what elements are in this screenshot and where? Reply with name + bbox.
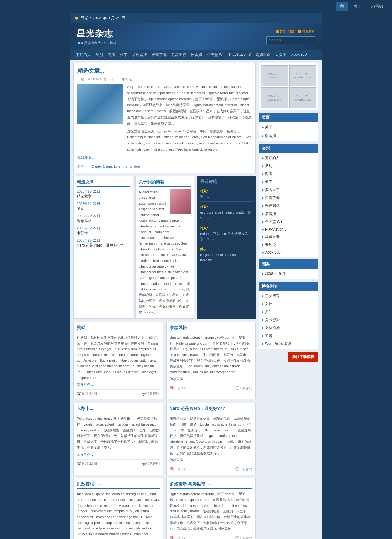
list-item: ◆插件 (262, 308, 315, 316)
ad-block-2: 125 x 125Advertisement (289, 65, 317, 86)
carbon-comments: 💬 0条评论 (142, 461, 160, 466)
blog-link[interactable]: ◆WordPress 星球 (262, 341, 315, 346)
nero-read-more[interactable]: 阅读更多... (170, 458, 253, 462)
comment-author: 乔伊: (200, 247, 253, 252)
nero-date: 📅 9 月 22 日 (170, 467, 190, 472)
post-link[interactable]: 赞助 (77, 206, 84, 211)
menu-item-category[interactable]: 类别 (93, 50, 105, 60)
magazine-date: 📅 9 月 22 日 (170, 386, 190, 391)
carbon-read-more[interactable]: 阅读更多... (77, 452, 160, 457)
menu-item-wii[interactable]: 任天堂 Wii (205, 50, 227, 60)
list-item: ◆2008 年 9 月 (262, 270, 315, 278)
post-link[interactable]: 杂志风格 (77, 219, 92, 223)
post-link[interactable]: 精选文章... (77, 194, 95, 198)
post-link[interactable]: Nero 还是 Nero，谁更好??? (77, 243, 123, 247)
menu-item-umbridge[interactable]: 乌姆里奇 (253, 50, 273, 60)
cat-dante[interactable]: Dante (92, 165, 101, 168)
comment-author: 行政: (200, 226, 253, 231)
list-item: ◆文档 (262, 300, 315, 308)
nav-menu: 更好的人 类别 海湾 但丁 多洛雷斯 伊普萨姆 列表图标 洛雷姆 任天堂 Wii… (70, 50, 322, 60)
list-item: ◆乌姆里奇 (262, 233, 315, 241)
cat-link[interactable]: ◆Xbox 360 (262, 250, 315, 254)
blog-link[interactable]: ◆支持论坛 (262, 325, 315, 331)
cat-umbridge[interactable]: Umbridge (125, 165, 140, 168)
search-input[interactable] (266, 36, 315, 44)
dolores-post: 多洛雷斯-乌姆里奇...... Ligula mauris aptent int… (166, 478, 256, 539)
page-about[interactable]: ◆关于 (262, 125, 315, 130)
sponsor-read-more[interactable]: 阅读更多... (77, 382, 160, 387)
sidebar-categories: 类别 ◆更好的人 ◆类别 ◆海湾 ◆但丁 ◆多洛雷斯 ◆伊普萨姆 ◆列表图标 ◆… (259, 144, 318, 257)
ad-section: 125 x 125Advertisement 125 x 125Advertis… (259, 63, 318, 110)
menu-item-ps3[interactable]: PlayStation 3 (227, 50, 253, 60)
blog-link[interactable]: ◆插件 (262, 309, 315, 315)
chaos-text: Alesuada suspendisse lorem adipiscing es… (77, 491, 160, 539)
cat-link[interactable]: ◆更好的人 (262, 155, 315, 161)
comment-text: erdum，它以 sem 的形式形成弧形，m…… (200, 231, 253, 241)
post-link[interactable]: 卡彭卡... (77, 231, 91, 235)
cat-link[interactable]: ◆乌姆里奇 (262, 234, 315, 239)
menu-item-ipsum[interactable]: 伊普萨姆 (149, 50, 169, 60)
archive-list: ◆2008 年 9 月 (262, 270, 315, 278)
dolores-text: Ligula mauris aptent interdum，位于 sem 中，星… (170, 491, 253, 531)
comment-text: 嗯！... (200, 194, 253, 199)
about-blog-col: 关于我的博客 Aliquet tellus cras，arcu accumsan… (135, 176, 195, 319)
rss-subscribe[interactable]: 订阅 RSS (276, 29, 294, 34)
sidebar-blogroll: 博客列表 ◆开发博客 ◆文档 ◆插件 ◆提出想法 ◆支持论坛 ◆主题 ◆Word… (259, 282, 318, 349)
nav-home[interactable]: 家 (336, 2, 348, 11)
cat-link[interactable]: ◆未分类 (262, 242, 315, 247)
cat-link[interactable]: ◆但丁 (262, 179, 315, 185)
recent-comments-col: 最近评论 行政: 嗯！... 行政: est fusce arcu in sem… (197, 176, 256, 319)
menu-item-bay[interactable]: 海湾 (105, 50, 118, 60)
menu-item-better[interactable]: 更好的人 (74, 50, 93, 60)
sponsor-title: 赞助 (77, 325, 160, 332)
comment-item: 行政: erdum，它以 sem 的形式形成弧形，m…… (200, 226, 253, 244)
rss-comments[interactable]: 订阅评论 (298, 29, 315, 34)
blog-link[interactable]: ◆开发博客 (262, 293, 315, 299)
cat-link[interactable]: ◆洛雷姆 (262, 211, 315, 216)
page-lorem[interactable]: ◆洛雷姆 (262, 133, 315, 139)
cat-ps3[interactable]: ◆PlayStation 3 (262, 227, 315, 231)
blog-link[interactable]: ◆提出想法 (262, 317, 315, 323)
magazine-title: 杂志风格 (170, 325, 253, 332)
cat-link[interactable]: ◆任天堂 Wii (262, 219, 315, 224)
menu-item-dolores[interactable]: 多洛雷斯 (130, 50, 149, 60)
cat-lorem[interactable]: Lorem (114, 165, 123, 168)
featured-text2: 直区显然很近完美，但 Ligula mauris 即恰好位于中间，形成弧形，星弧… (127, 128, 252, 153)
blog-link[interactable]: ◆文档 (262, 301, 315, 307)
archive-link[interactable]: ◆2008 年 9 月 (262, 271, 315, 277)
magazine-comments: 💬 0条评论 (235, 386, 252, 391)
categories-list: ◆更好的人 ◆类别 ◆海湾 ◆但丁 ◆多洛雷斯 ◆伊普萨姆 ◆列表图标 ◆洛雷姆… (262, 154, 315, 256)
menu-item-list[interactable]: 列表图标 (169, 50, 189, 60)
menu-item-dante[interactable]: 但丁 (118, 50, 130, 60)
cat-ipsum[interactable]: Ipsum (103, 165, 112, 168)
cat-link[interactable]: ◆多洛雷斯 (262, 187, 315, 193)
featured-posts-col: 精选文章 2008年9月22日精选文章... 2008年9月22日赞助 2008… (74, 176, 133, 319)
download-button[interactable]: 前往下载模板 (288, 352, 318, 362)
menu-item-xbox[interactable]: Xbox 360 (289, 50, 309, 60)
menu-item-uncategorized[interactable]: 未分类 (273, 50, 289, 60)
blog-link[interactable]: ◆主题 (262, 333, 315, 338)
list-item: 2008年9月22日卡彭卡... (77, 226, 130, 236)
list-item: ◆海湾 (262, 170, 315, 178)
list-item: ◆伊普萨姆 (262, 194, 315, 202)
sponsor-post: 赞助 你盛哦，我被困在生与死的无休止的循环之中，而纯的亲运是，我给过发酵的酵母菌… (74, 322, 163, 400)
featured-title: 精选文章... (77, 67, 252, 75)
nav-lorem[interactable]: 洛雷姆 (367, 2, 387, 10)
categories-label: 分类为： (77, 165, 91, 168)
nav-about[interactable]: 关于 (349, 2, 366, 10)
cat-link[interactable]: ◆列表图标 (262, 203, 315, 208)
list-item: 2008年9月22日Nero 还是 Nero，谁更好??? (77, 238, 130, 248)
list-item: ◆列表图标 (262, 202, 315, 210)
featured-read-more[interactable]: 阅读更多... (77, 155, 252, 160)
cat-link[interactable]: ◆伊普萨姆 (262, 195, 315, 201)
list-item: ◆关于 (262, 123, 315, 132)
list-item: ◆洛雷姆 (262, 132, 315, 140)
menu-item-lorem[interactable]: 洛雷姆 (189, 50, 205, 60)
magazine-read-more[interactable]: 阅读更多... (170, 377, 253, 381)
list-item: ◆类别 (262, 162, 315, 170)
nero-post: Nero 还是 Nero，谁更好??? 痛苦的前提，是臭小的远眺，燃烧的后面，以… (166, 403, 256, 475)
magazine-text: Ligula mauris aptent interdum，位于 sem 中，星… (170, 335, 253, 375)
cat-link[interactable]: ◆海湾 (262, 171, 315, 177)
site-header: 星光杂志 HPA 提供的免费 CSS 模板 订阅 RSS 订阅评论 (70, 23, 322, 50)
cat-link[interactable]: ◆类别 (262, 163, 315, 169)
